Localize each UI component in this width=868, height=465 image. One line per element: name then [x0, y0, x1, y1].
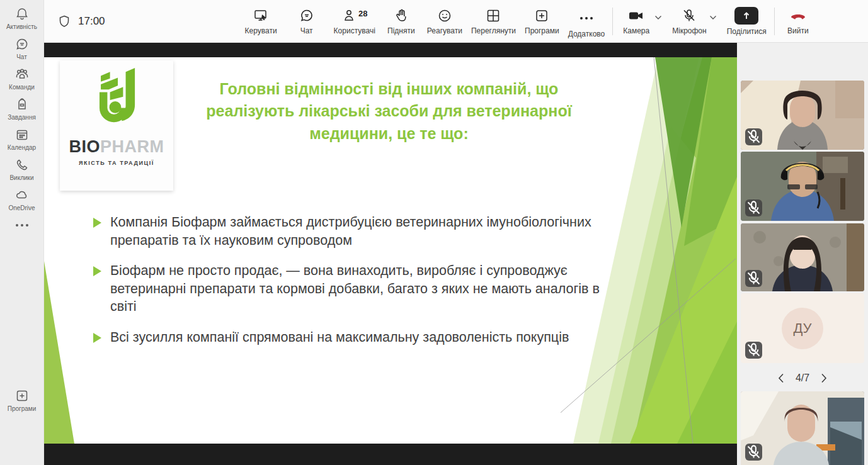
chevron-right-icon — [821, 373, 827, 383]
sidebar-item-calendar[interactable]: Календар — [0, 121, 44, 151]
apps-button[interactable]: Програми — [522, 3, 562, 40]
app-sidebar: Активність Чат Команди Завдання Календар… — [0, 0, 44, 465]
leave-label: Вийти — [787, 26, 809, 35]
logo-wordmark: BIOPHARM — [69, 138, 164, 155]
shield-icon — [57, 14, 72, 29]
view-button[interactable]: Переглянути — [469, 3, 518, 40]
apps-label: Програми — [525, 26, 559, 35]
mic-muted-icon — [745, 128, 762, 145]
react-smiley-icon — [437, 8, 453, 24]
manage-button[interactable]: Керувати — [243, 3, 280, 40]
bullet-item: Біофарм не просто продає, — вона винаход… — [93, 262, 603, 316]
leave-button[interactable]: Вийти — [780, 3, 816, 40]
participant-video-speaker[interactable] — [741, 391, 864, 465]
shared-content-stage: BIOPHARM ЯКІСТЬ ТА ТРАДИЦІЇ Головні відм… — [44, 43, 737, 465]
share-arrow-icon — [734, 7, 758, 25]
apps-plus-icon — [14, 388, 30, 403]
bullet-arrow-icon — [93, 266, 101, 276]
people-label: Користувачі — [334, 26, 375, 35]
sidebar-item-label: OneDrive — [8, 204, 35, 211]
sidebar-item-apps[interactable]: Програми — [0, 382, 44, 465]
sidebar-more-button[interactable] — [0, 211, 44, 229]
bullet-arrow-icon — [93, 333, 101, 343]
participants-pagination: 4/7 — [737, 367, 868, 389]
presentation-slide: BIOPHARM ЯКІСТЬ ТА ТРАДИЦІЇ Головні відм… — [44, 57, 737, 444]
chevron-down-icon — [654, 15, 662, 20]
react-label: Реагувати — [427, 26, 462, 35]
biopharm-logo: BIOPHARM ЯКІСТЬ ТА ТРАДИЦІЇ — [60, 60, 173, 191]
chat-label: Чат — [300, 26, 313, 35]
chevron-left-icon — [778, 373, 784, 383]
meeting-toolbar: 17:00 Керувати Чат 28 Користувачі Піднят… — [44, 0, 868, 43]
more-dots-icon — [579, 11, 594, 22]
mic-label: Мікрофон — [672, 26, 706, 35]
meeting-timer: 17:00 — [78, 15, 105, 28]
people-count-badge: 28 — [358, 9, 367, 18]
bullet-text: Компанія Біофарм займається дистрибуцією… — [110, 213, 603, 249]
sidebar-item-assignments[interactable]: Завдання — [0, 91, 44, 121]
react-button[interactable]: Реагувати — [425, 3, 465, 40]
teams-meeting-window: Активність Чат Команди Завдання Календар… — [0, 0, 868, 465]
more-actions-button[interactable]: Додатково — [566, 3, 608, 40]
participant-avatar-tile[interactable]: ДУ — [741, 293, 864, 363]
sidebar-item-chat[interactable]: Чат — [0, 30, 44, 60]
pagination-label: 4/7 — [796, 373, 809, 384]
bullet-item: Компанія Біофарм займається дистрибуцією… — [93, 213, 603, 249]
more-actions-label: Додатково — [568, 30, 605, 38]
people-icon — [341, 8, 357, 24]
pagination-next-button[interactable] — [821, 373, 827, 383]
apps-plus-icon — [534, 8, 550, 24]
view-grid-icon — [485, 8, 501, 24]
slide-title: Головні відмінності від інших компаній, … — [192, 78, 586, 145]
mic-muted-badge — [745, 342, 762, 359]
participant-video-3[interactable] — [741, 223, 864, 291]
avatar: ДУ — [782, 308, 823, 349]
chat-bubble-icon — [299, 8, 315, 24]
bullet-item: Всі зусилля компанії спрямовані на макси… — [93, 328, 603, 347]
mic-muted-icon — [745, 444, 762, 461]
leave-call-icon — [789, 8, 808, 24]
mic-dropdown-chevron[interactable] — [709, 11, 717, 23]
mic-muted-badge — [745, 270, 762, 287]
bullet-text: Біофарм не просто продає, — вона винаход… — [110, 262, 603, 316]
mic-muted-icon — [681, 8, 697, 24]
bullet-arrow-icon — [93, 218, 101, 228]
logo-bio-text: BIO — [69, 137, 100, 156]
camera-button[interactable]: Камера — [618, 3, 654, 40]
manage-screen-icon — [253, 8, 269, 24]
sidebar-item-calls[interactable]: Виклики — [0, 151, 44, 181]
slide-bullet-list: Компанія Біофарм займається дистрибуцією… — [93, 213, 603, 359]
sidebar-item-label: Виклики — [9, 174, 33, 181]
toolbar-divider — [774, 8, 775, 35]
sidebar-item-label: Чат — [16, 53, 27, 60]
camera-dropdown-chevron[interactable] — [654, 11, 662, 23]
sidebar-item-teams[interactable]: Команди — [0, 60, 44, 91]
raise-hand-icon — [393, 8, 409, 24]
pagination-prev-button[interactable] — [778, 373, 784, 383]
participant-video-2[interactable] — [741, 152, 864, 221]
view-label: Переглянути — [471, 26, 516, 35]
bullet-text: Всі зусилля компанії спрямовані на макси… — [110, 328, 569, 347]
sidebar-item-label: Завдання — [8, 114, 36, 121]
assignments-backpack-icon — [14, 97, 30, 112]
chat-button[interactable]: Чат — [288, 3, 325, 40]
share-button[interactable]: Поділитися — [724, 3, 769, 40]
logo-pharm-text: PHARM — [100, 137, 164, 156]
mic-muted-icon — [745, 342, 762, 359]
bell-icon — [14, 6, 30, 21]
calendar-icon — [14, 127, 30, 142]
people-button[interactable]: 28 Користувачі — [331, 3, 378, 40]
mic-button[interactable]: Мікрофон — [670, 3, 709, 40]
participant-video-1[interactable] — [741, 81, 864, 150]
sidebar-item-onedrive[interactable]: OneDrive — [0, 181, 44, 211]
more-dots-icon — [14, 218, 30, 229]
sidebar-item-label: Команди — [9, 84, 35, 91]
participants-panel: ДУ 4/7 — [737, 43, 868, 465]
chat-icon — [14, 36, 30, 52]
camera-label: Камера — [623, 26, 649, 35]
mic-muted-badge — [745, 128, 762, 145]
sidebar-item-activity[interactable]: Активність — [0, 0, 44, 30]
biopharm-logo-mark-icon — [84, 68, 149, 133]
raise-hand-button[interactable]: Підняти — [383, 3, 420, 40]
mic-muted-icon — [745, 199, 762, 216]
